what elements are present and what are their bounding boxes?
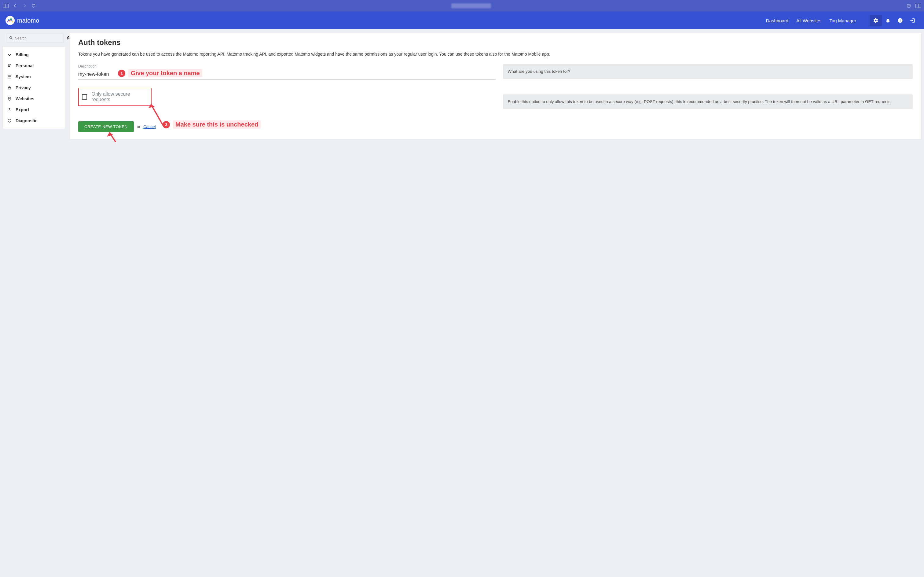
svg-point-16 bbox=[10, 36, 11, 39]
svg-rect-0 bbox=[4, 4, 8, 8]
logo-mark-icon bbox=[5, 16, 14, 25]
svg-rect-14 bbox=[900, 20, 900, 22]
svg-line-28 bbox=[109, 132, 127, 142]
export-icon bbox=[7, 107, 12, 112]
svg-rect-3 bbox=[907, 4, 910, 7]
svg-point-18 bbox=[8, 64, 10, 66]
description-input[interactable] bbox=[78, 70, 496, 80]
page-intro: Tokens you have generated can be used to… bbox=[78, 51, 913, 58]
main-nav: Dashboard All Websites Tag Manager bbox=[766, 15, 919, 26]
svg-point-8 bbox=[8, 19, 10, 20]
sidebar: Billing Personal System Privacy bbox=[2, 47, 65, 129]
info-icon[interactable] bbox=[894, 15, 906, 26]
description-label: Description bbox=[78, 64, 496, 68]
svg-point-9 bbox=[9, 20, 10, 21]
sidebar-item-billing[interactable]: Billing bbox=[3, 49, 65, 60]
share-icon[interactable] bbox=[906, 3, 911, 8]
svg-point-12 bbox=[7, 21, 8, 22]
svg-point-10 bbox=[10, 18, 11, 19]
sidebar-item-export[interactable]: Export bbox=[3, 104, 65, 115]
sidebar-item-label: Diagnostic bbox=[16, 118, 38, 123]
sidebar-item-personal[interactable]: Personal bbox=[3, 60, 65, 71]
nav-all-websites[interactable]: All Websites bbox=[796, 18, 821, 23]
svg-rect-20 bbox=[8, 75, 11, 76]
sidebar-item-label: Privacy bbox=[16, 85, 31, 90]
svg-rect-22 bbox=[8, 87, 11, 89]
notifications-bell-icon[interactable] bbox=[882, 15, 894, 26]
page-title: Auth tokens bbox=[78, 38, 913, 47]
app-header: matomo Dashboard All Websites Tag Manage… bbox=[0, 11, 924, 29]
svg-rect-15 bbox=[900, 19, 900, 20]
panel-toggle-icon[interactable] bbox=[4, 3, 8, 8]
sidebar-item-label: Personal bbox=[16, 63, 34, 68]
sidebar-item-websites[interactable]: Websites bbox=[3, 93, 65, 104]
cancel-link[interactable]: Cancel bbox=[143, 124, 156, 129]
sidebar-item-label: Export bbox=[16, 107, 29, 112]
checkbox-icon[interactable] bbox=[82, 94, 87, 100]
svg-rect-21 bbox=[8, 77, 11, 78]
sidebar-item-privacy[interactable]: Privacy bbox=[3, 82, 65, 93]
lock-icon bbox=[7, 85, 12, 90]
nav-dashboard[interactable]: Dashboard bbox=[766, 18, 788, 23]
sidebar-item-label: Billing bbox=[16, 52, 29, 57]
description-help: What are you using this token for? bbox=[503, 64, 913, 79]
person-icon bbox=[7, 63, 12, 68]
forward-icon bbox=[22, 3, 27, 8]
system-icon bbox=[7, 74, 12, 79]
secure-only-label: Only allow secure requests bbox=[91, 91, 148, 102]
secure-only-help: Enable this option to only allow this to… bbox=[503, 94, 913, 109]
tabs-icon[interactable] bbox=[916, 3, 920, 8]
svg-point-11 bbox=[12, 21, 13, 22]
chevron-down-icon bbox=[7, 52, 12, 57]
main-panel: Auth tokens Tokens you have generated ca… bbox=[69, 32, 922, 140]
sidebar-item-diagnostic[interactable]: Diagnostic bbox=[3, 115, 65, 126]
address-bar-blurred bbox=[451, 3, 491, 8]
shield-icon bbox=[7, 118, 12, 123]
sidebar-item-system[interactable]: System bbox=[3, 71, 65, 82]
sidebar-item-label: System bbox=[16, 74, 31, 79]
back-icon[interactable] bbox=[13, 3, 18, 8]
or-text: or bbox=[137, 124, 140, 129]
globe-icon bbox=[7, 96, 12, 101]
logout-icon[interactable] bbox=[906, 15, 919, 26]
sidebar-item-label: Websites bbox=[16, 96, 34, 101]
browser-toolbar bbox=[0, 0, 924, 11]
search-input[interactable] bbox=[15, 36, 61, 40]
svg-point-19 bbox=[10, 64, 11, 65]
search-icon bbox=[9, 36, 13, 41]
svg-marker-29 bbox=[107, 132, 113, 137]
search-box[interactable] bbox=[6, 34, 64, 43]
secure-only-checkbox-row[interactable]: Only allow secure requests bbox=[78, 88, 151, 106]
reload-icon[interactable] bbox=[31, 3, 36, 8]
nav-tag-manager[interactable]: Tag Manager bbox=[829, 18, 856, 23]
svg-rect-6 bbox=[916, 4, 920, 8]
create-token-button[interactable]: CREATE NEW TOKEN bbox=[78, 121, 134, 132]
settings-gear-icon[interactable] bbox=[869, 15, 882, 26]
brand-logo[interactable]: matomo bbox=[5, 16, 39, 25]
svg-line-17 bbox=[11, 38, 13, 39]
brand-name: matomo bbox=[17, 17, 39, 24]
